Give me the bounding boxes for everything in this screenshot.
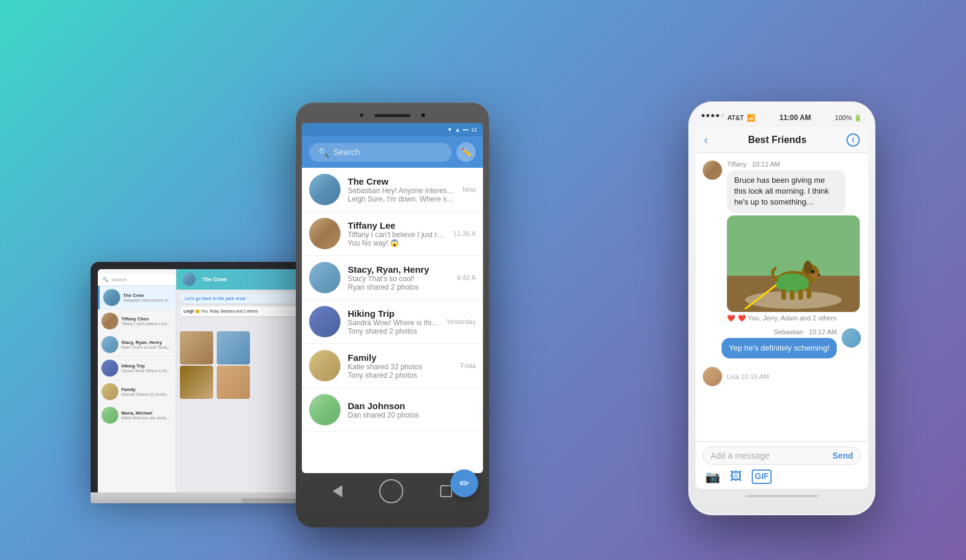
laptop-avatar-dan <box>101 407 118 424</box>
iphone-send-button[interactable]: Send <box>833 451 853 460</box>
android-conv-item-tiffany[interactable]: Tiffany Lee Tiffany I can't believe I ju… <box>302 212 483 256</box>
android-conv-time: Frida <box>461 362 476 369</box>
android-conv-body: Stacy, Ryan, Henry Stacy That's so cool!… <box>348 264 450 291</box>
laptop-search-text: Search <box>111 277 126 282</box>
iphone-signal: AT&T 📶 <box>702 114 755 122</box>
laptop-sidebar: 🔍 Search The Crew Sebastian Hey! Anyone … <box>98 269 176 492</box>
iphone-msg-content-sent: Sebastian 10:12 AM Yep he's definitely s… <box>721 328 837 358</box>
laptop-avatar-tiffany <box>101 313 118 329</box>
android-conv-name: Hiking Trip <box>348 308 439 319</box>
svg-point-8 <box>817 274 820 276</box>
laptop-conv-name: The Crew <box>123 293 172 298</box>
android-camera-right <box>421 113 425 117</box>
iphone-battery-area: 100% 🔋 <box>835 114 862 122</box>
svg-rect-14 <box>807 288 811 299</box>
iphone-home-bar <box>746 495 818 497</box>
iphone-camera-icon[interactable]: 📷 <box>705 469 720 484</box>
iphone-msg-content: Tiffany 10:11 AM Bruce has been giving m… <box>727 161 846 322</box>
iphone-info-button[interactable]: i <box>846 133 860 147</box>
laptop-avatar-crew <box>103 289 120 306</box>
iphone-toolbar: 📷 🖼 GIF <box>703 469 861 484</box>
laptop-chat-header-name: The Crew <box>202 276 227 282</box>
android-conv-item-stacy[interactable]: Stacy, Ryan, Henry Stacy That's so cool!… <box>302 256 483 300</box>
android-conv-body: Dan Johnson Dan shared 20 photos <box>348 401 469 419</box>
iphone-back-button[interactable]: ‹ <box>704 133 708 147</box>
iphone-chat-title: Best Friends <box>748 135 807 145</box>
laptop-conv-preview: Ryan That's so cool! Tonight... <box>121 345 172 349</box>
android-avatar-tiffany <box>309 218 341 249</box>
android-conv-time: 8:42 A <box>457 274 476 281</box>
iphone-reactions-text: ❤️ You, Jerry, Adam and 2 others <box>738 314 837 322</box>
laptop-photo-thumb <box>217 366 250 399</box>
laptop-search-bar[interactable]: 🔍 Search <box>98 274 176 286</box>
laptop-conv-text: Family Michael Shared 32 photos <box>121 387 167 396</box>
android-conv-body: Tiffany Lee Tiffany I can't believe I ju… <box>348 220 446 247</box>
iphone-msg-sender: Tiffany 10:11 AM <box>727 161 846 168</box>
android-search-placeholder: Search <box>333 147 360 157</box>
android-compose-icon: ✏️ <box>461 147 472 157</box>
iphone-signal-dot-empty <box>721 114 724 117</box>
laptop-conv-item[interactable]: The Crew Sebastian Hey! Anyone intereste… <box>98 286 176 310</box>
android-conv-preview-2: Leigh Sure, I'm down. Where should... <box>348 195 455 203</box>
android-frame: ▼ ▲ ▪▪▪ 12 🔍 Search ✏️ <box>296 103 489 527</box>
android-signal-bars: ▪▪▪ <box>462 127 469 133</box>
android-conv-item-hiking[interactable]: Hiking Trip Sandra Wow! Where is this To… <box>302 300 483 344</box>
laptop-conv-item[interactable]: Maria, Michael Maria What are you doing … <box>98 404 176 427</box>
android-search-bar[interactable]: 🔍 Search ✏️ <box>302 136 483 168</box>
iphone-frame: AT&T 📶 11:00 AM 100% 🔋 ‹ Best Friends i <box>688 101 875 515</box>
android-avatar-stacy <box>309 262 341 293</box>
iphone-home-indicator <box>696 489 868 503</box>
laptop-conv-item[interactable]: Tiffany Chen Tiffany I can't believe I j… <box>98 310 176 333</box>
svg-rect-12 <box>790 290 795 300</box>
laptop-conv-preview: Sebastian Hey! Anyone interested in... <box>123 298 172 302</box>
android-home-button[interactable] <box>379 479 403 503</box>
android-conv-name: Stacy, Ryan, Henry <box>348 264 450 275</box>
laptop-conv-name: Maria, Michael <box>121 410 172 416</box>
android-conversation-list: The Crew Sebastian Hey! Anyone intereste… <box>302 168 483 432</box>
laptop-conv-preview: Maria What are you doing for the long... <box>121 416 172 420</box>
iphone-photo-dog <box>727 215 860 312</box>
android-conv-item-crew[interactable]: The Crew Sebastian Hey! Anyone intereste… <box>302 168 483 212</box>
android-conv-preview-2: Tony shared 2 photos <box>348 327 439 336</box>
iphone-device: AT&T 📶 11:00 AM 100% 🔋 ‹ Best Friends i <box>688 101 875 515</box>
android-back-button[interactable] <box>333 485 342 497</box>
iphone-photo-icon[interactable]: 🖼 <box>730 469 742 484</box>
laptop-photo-thumb <box>180 366 213 399</box>
svg-rect-11 <box>781 289 786 300</box>
iphone-gif-button[interactable]: GIF <box>752 469 772 484</box>
android-avatar-family <box>309 350 341 381</box>
android-conv-item-dan[interactable]: Dan Johnson Dan shared 20 photos <box>302 388 483 432</box>
iphone-message-input[interactable]: Add a message <box>711 451 828 460</box>
iphone-wifi-icon: 📶 <box>747 114 755 122</box>
svg-rect-13 <box>798 289 803 300</box>
android-search-input[interactable]: 🔍 Search <box>309 143 452 162</box>
laptop-conv-item[interactable]: Family Michael Shared 32 photos <box>98 380 176 404</box>
android-status-bar: ▼ ▲ ▪▪▪ 12 <box>302 123 483 136</box>
iphone-lisa-row: Lisa 10:15 AM <box>703 367 861 386</box>
android-conv-preview-2: You No way! 😱 <box>348 239 446 247</box>
iphone-input-row[interactable]: Add a message Send <box>703 447 861 465</box>
iphone-signal-dot <box>716 114 719 117</box>
iphone-message-row-sebastian: Sebastian 10:12 AM Yep he's definitely s… <box>703 328 861 358</box>
laptop-conv-text: Stacy, Ryan, Henry Ryan That's so cool! … <box>121 340 172 349</box>
laptop-conv-name: Family <box>121 387 167 392</box>
laptop-conv-item[interactable]: Hiking Trip Sandra Wow! Where is this, T… <box>98 357 176 380</box>
android-search-icon: 🔍 <box>318 147 330 158</box>
android-avatar-dan <box>309 394 341 425</box>
laptop-avatar-stacy <box>101 336 118 353</box>
iphone-signal-dot <box>711 114 714 117</box>
laptop-conv-text: Tiffany Chen Tiffany I can't believe I j… <box>121 316 172 326</box>
iphone-screen: ‹ Best Friends i Tiffany 10:11 AM <box>696 127 868 489</box>
android-conv-name: Family <box>348 352 453 363</box>
android-conv-preview-2: Ryan shared 2 photos <box>348 283 450 291</box>
laptop-conv-preview: Sandra Wow! Where is this, Tony? <box>121 369 172 373</box>
android-compose-button[interactable]: ✏️ <box>456 142 476 162</box>
android-avatar-crew <box>309 174 341 205</box>
android-avatar-hiking <box>309 306 341 337</box>
laptop-photo-thumb <box>180 331 213 364</box>
android-conv-name: Tiffany Lee <box>348 220 446 231</box>
laptop-conv-item[interactable]: Stacy, Ryan, Henry Ryan That's so cool! … <box>98 333 176 357</box>
laptop-search-icon: 🔍 <box>103 277 109 282</box>
laptop-conv-text: Maria, Michael Maria What are you doing … <box>121 410 172 420</box>
android-conv-item-family[interactable]: Family Katie shared 32 photos Tony share… <box>302 344 483 388</box>
